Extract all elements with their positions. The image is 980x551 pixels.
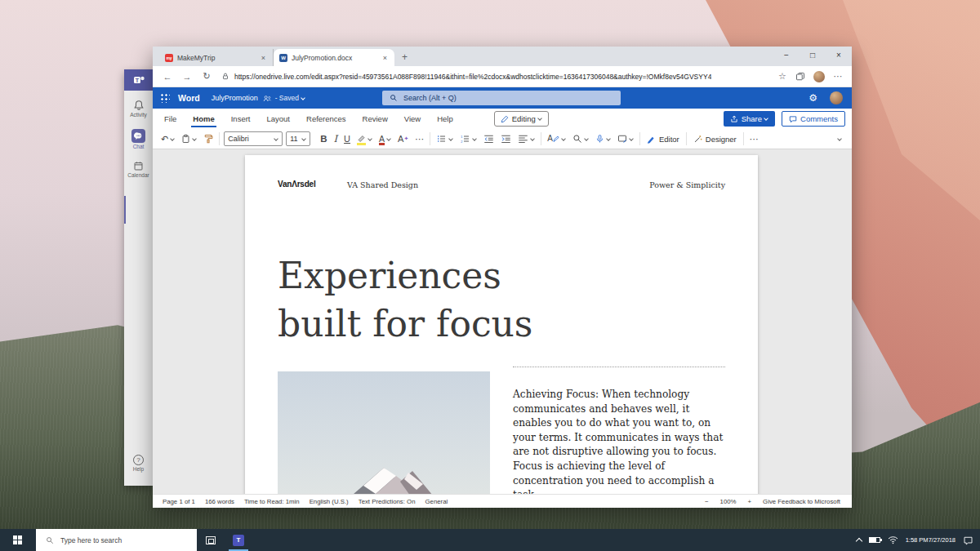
language[interactable]: English (U.S.) (310, 498, 349, 505)
tab-title: MakeMyTrip (177, 54, 260, 62)
document-title[interactable]: Experiences built for focus (278, 251, 532, 348)
designer-button[interactable]: Designer (689, 135, 741, 144)
tab-view[interactable]: View (396, 109, 429, 129)
taskbar-clock[interactable]: 1:58 PM 7/27/2018 (906, 536, 956, 544)
shared-people-icon[interactable] (262, 94, 272, 103)
tab-layout[interactable]: Layout (258, 109, 298, 129)
browser-tab-julypromotion[interactable]: W JulyPromotion.docx × (274, 49, 394, 66)
start-button[interactable] (0, 535, 36, 545)
tab-references[interactable]: References (298, 109, 354, 129)
share-button[interactable]: Share (724, 111, 775, 127)
refresh-button[interactable]: ↻ (197, 71, 216, 82)
battery-status[interactable] (869, 537, 880, 543)
forward-button[interactable]: → (177, 72, 197, 82)
zoom-level[interactable]: 100% (720, 498, 737, 505)
increase-indent-button[interactable] (497, 129, 514, 149)
zoom-out-button[interactable]: − (705, 498, 709, 505)
more-font-options-button[interactable]: ⋯ (412, 129, 427, 149)
word-count[interactable]: 166 words (205, 498, 234, 505)
alignment-button[interactable] (514, 129, 538, 149)
taskbar-teams-button[interactable]: T (225, 529, 252, 551)
decrease-indent-button[interactable] (480, 129, 497, 149)
time-to-read[interactable]: Time to Read: 1min (244, 498, 300, 505)
taskbar-search-box[interactable]: Type here to search (36, 529, 197, 551)
dictate-button[interactable] (592, 129, 614, 149)
underline-button[interactable]: U (341, 129, 354, 149)
tray-expand-button[interactable] (857, 536, 862, 544)
sidebar-item-help[interactable]: ? Help (124, 455, 153, 472)
desktop: T Activity Chat (0, 0, 980, 551)
app-launcher-icon[interactable] (160, 93, 170, 103)
browser-menu-icon[interactable]: ⋯ (829, 71, 847, 82)
document-name[interactable]: JulyPromotion (212, 94, 258, 102)
word-search-box[interactable]: Search (Alt + Q) (382, 91, 621, 105)
action-center-button[interactable] (963, 535, 973, 545)
maximize-button[interactable]: □ (800, 47, 826, 66)
feedback-link[interactable]: Give Feedback to Microsoft (763, 498, 840, 505)
text-predictions[interactable]: Text Predictions: On (359, 498, 416, 505)
tab-help[interactable]: Help (429, 109, 461, 129)
zoom-in-button[interactable]: + (748, 498, 752, 505)
paste-button[interactable] (178, 129, 200, 149)
text-effects-button[interactable]: A✦ (394, 129, 412, 149)
browser-profile-avatar[interactable] (813, 71, 825, 82)
italic-button[interactable]: I (331, 129, 341, 149)
format-painter-button[interactable] (200, 129, 216, 149)
document-header[interactable]: VanΛrsdel VA Shared Design Power & Simpl… (278, 180, 725, 191)
font-name-select[interactable]: Calibri (224, 131, 283, 146)
bullets-button[interactable] (433, 129, 457, 149)
sensitivity-label[interactable]: General (425, 498, 448, 505)
collapse-ribbon-button[interactable] (832, 129, 845, 149)
settings-gear-icon[interactable]: ⚙ (808, 92, 817, 104)
teams-logo[interactable]: T (124, 69, 153, 91)
tab-insert[interactable]: Insert (223, 109, 259, 129)
chevron-up-icon (855, 538, 862, 544)
comments-button[interactable]: Comments (782, 111, 845, 127)
new-tab-button[interactable]: + (394, 49, 415, 66)
tab-close-icon[interactable]: × (381, 54, 389, 62)
tab-file[interactable]: File (156, 109, 185, 129)
font-size-select[interactable]: 11 (286, 131, 310, 146)
document-text-column[interactable]: Achieving Focus: When technology communi… (513, 367, 725, 494)
undo-button[interactable]: ↶ (158, 129, 178, 149)
browser-tab-makemytrip[interactable]: my MakeMyTrip × (159, 49, 274, 66)
editing-mode-button[interactable]: Editing (494, 111, 549, 127)
sidebar-item-calendar[interactable]: Calendar (124, 161, 153, 178)
sidebar-item-chat[interactable]: Chat (124, 129, 153, 149)
brand-logo[interactable]: VanΛrsdel (278, 180, 316, 189)
tab-home[interactable]: Home (185, 109, 222, 129)
url-field[interactable]: https://onedrive.live.com/edit.aspx?resi… (221, 72, 773, 81)
favorites-star-icon[interactable]: ☆ (773, 71, 791, 82)
word-app-name[interactable]: Word (178, 93, 200, 103)
close-button[interactable]: × (826, 47, 852, 66)
system-tray: 1:58 PM 7/27/2018 (857, 529, 980, 551)
highlight-color-button[interactable] (354, 129, 376, 149)
tab-review[interactable]: Review (354, 109, 396, 129)
header-right-text[interactable]: Power & Simplicity (649, 180, 725, 189)
network-status[interactable] (888, 535, 898, 544)
page-count[interactable]: Page 1 of 1 (163, 498, 195, 505)
collections-icon[interactable] (795, 72, 805, 82)
font-color-button[interactable]: A (376, 129, 394, 149)
toolbar-overflow-button[interactable]: ⋯ (746, 129, 762, 149)
save-status[interactable]: - Saved (275, 94, 305, 102)
find-button[interactable] (569, 129, 592, 149)
document-canvas[interactable]: VanΛrsdel VA Shared Design Power & Simpl… (153, 149, 852, 494)
styles-button[interactable]: A (544, 129, 569, 149)
editor-button[interactable]: Editor (643, 135, 684, 144)
document-page[interactable]: VanΛrsdel VA Shared Design Power & Simpl… (245, 155, 758, 494)
numbering-button[interactable]: 1 2 (457, 129, 480, 149)
task-view-button[interactable] (197, 529, 225, 551)
minimize-button[interactable]: − (773, 47, 800, 66)
action-center-icon (963, 535, 973, 545)
document-photo[interactable] (278, 371, 490, 494)
header-center-text[interactable]: VA Shared Design (347, 180, 418, 189)
sensitivity-button[interactable] (614, 129, 637, 149)
body-paragraph[interactable]: Achieving Focus: When technology communi… (513, 388, 725, 494)
tab-close-icon[interactable]: × (260, 54, 267, 62)
account-avatar[interactable] (830, 91, 843, 104)
divider (639, 132, 640, 145)
back-button[interactable]: ← (158, 72, 177, 82)
sidebar-item-activity[interactable]: Activity (124, 100, 153, 118)
bold-button[interactable]: B (317, 129, 330, 149)
